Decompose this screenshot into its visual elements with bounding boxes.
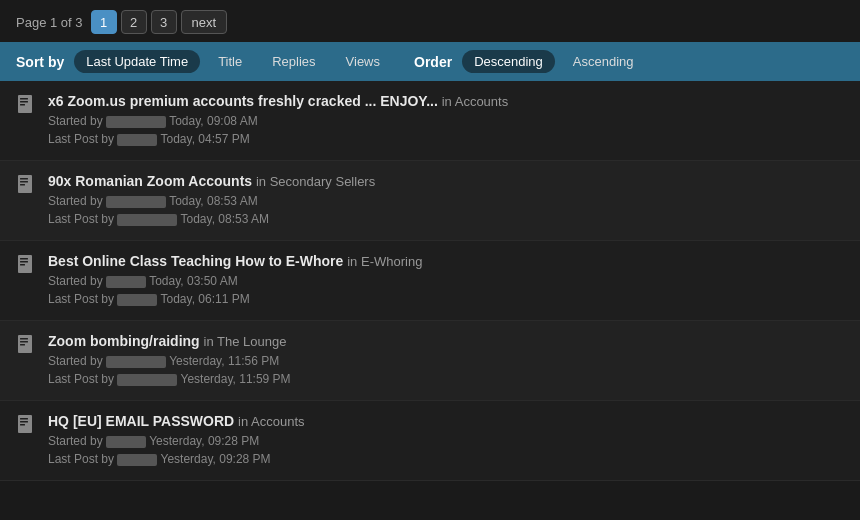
sort-option-replies[interactable]: Replies [260, 50, 327, 73]
thread-list: x6 Zoom.us premium accounts freshly crac… [0, 81, 860, 481]
thread-category: in The Lounge [204, 334, 287, 349]
table-row: Best Online Class Teaching How to E-Whor… [0, 241, 860, 321]
thread-title: 90x Romanian Zoom Accounts in Secondary … [48, 173, 844, 189]
sort-option-views[interactable]: Views [334, 50, 392, 73]
thread-icon [16, 95, 36, 120]
sort-bar: Sort by Last Update Time Title Replies V… [0, 42, 860, 81]
order-option-descending[interactable]: Descending [462, 50, 555, 73]
last-poster-blurred [117, 134, 157, 146]
thread-content: HQ [EU] EMAIL PASSWORD in Accounts Start… [48, 413, 844, 468]
sort-option-last-update[interactable]: Last Update Time [74, 50, 200, 73]
svg-rect-17 [20, 418, 28, 420]
sort-option-title[interactable]: Title [206, 50, 254, 73]
thread-title: x6 Zoom.us premium accounts freshly crac… [48, 93, 844, 109]
svg-rect-1 [20, 98, 28, 100]
last-poster-blurred [117, 294, 157, 306]
svg-rect-2 [20, 101, 28, 103]
svg-rect-8 [18, 255, 32, 273]
svg-rect-9 [20, 258, 28, 260]
thread-icon [16, 175, 36, 200]
svg-rect-18 [20, 421, 28, 423]
thread-meta: Started by Yesterday, 11:56 PM Last Post… [48, 352, 844, 388]
thread-title: Best Online Class Teaching How to E-Whor… [48, 253, 844, 269]
author-blurred [106, 116, 166, 128]
svg-rect-11 [20, 264, 25, 266]
order-label: Order [414, 54, 452, 70]
svg-rect-15 [20, 344, 25, 346]
svg-rect-5 [20, 178, 28, 180]
thread-topic-name[interactable]: Best Online Class Teaching How to E-Whor… [48, 253, 343, 269]
table-row: HQ [EU] EMAIL PASSWORD in Accounts Start… [0, 401, 860, 481]
author-blurred [106, 196, 166, 208]
thread-icon [16, 415, 36, 440]
svg-rect-4 [18, 175, 32, 193]
order-option-ascending[interactable]: Ascending [561, 50, 646, 73]
thread-content: 90x Romanian Zoom Accounts in Secondary … [48, 173, 844, 228]
author-blurred [106, 276, 146, 288]
thread-content: x6 Zoom.us premium accounts freshly crac… [48, 93, 844, 148]
thread-content: Best Online Class Teaching How to E-Whor… [48, 253, 844, 308]
svg-rect-14 [20, 341, 28, 343]
page-button-2[interactable]: 2 [121, 10, 147, 34]
thread-meta: Started by Today, 03:50 AM Last Post by … [48, 272, 844, 308]
svg-rect-7 [20, 184, 25, 186]
thread-icon [16, 255, 36, 280]
author-blurred [106, 436, 146, 448]
table-row: Zoom bombing/raiding in The Lounge Start… [0, 321, 860, 401]
svg-rect-0 [18, 95, 32, 113]
page-button-next[interactable]: next [181, 10, 228, 34]
svg-rect-10 [20, 261, 28, 263]
thread-meta: Started by Yesterday, 09:28 PM Last Post… [48, 432, 844, 468]
thread-topic-name[interactable]: Zoom bombing/raiding [48, 333, 200, 349]
thread-title: HQ [EU] EMAIL PASSWORD in Accounts [48, 413, 844, 429]
thread-topic-name[interactable]: 90x Romanian Zoom Accounts [48, 173, 252, 189]
table-row: 90x Romanian Zoom Accounts in Secondary … [0, 161, 860, 241]
svg-rect-19 [20, 424, 25, 426]
thread-meta: Started by Today, 09:08 AM Last Post by … [48, 112, 844, 148]
page-button-3[interactable]: 3 [151, 10, 177, 34]
svg-rect-12 [18, 335, 32, 353]
pagination-label: Page 1 of 3 [16, 15, 83, 30]
thread-topic-name[interactable]: x6 Zoom.us premium accounts freshly crac… [48, 93, 438, 109]
page-button-1[interactable]: 1 [91, 10, 117, 34]
thread-category: in Accounts [238, 414, 305, 429]
thread-title: Zoom bombing/raiding in The Lounge [48, 333, 844, 349]
thread-category: in Accounts [442, 94, 509, 109]
pagination-bar: Page 1 of 3 1 2 3 next [0, 0, 860, 42]
last-poster-blurred [117, 454, 157, 466]
thread-category: in Secondary Sellers [256, 174, 375, 189]
table-row: x6 Zoom.us premium accounts freshly crac… [0, 81, 860, 161]
thread-content: Zoom bombing/raiding in The Lounge Start… [48, 333, 844, 388]
svg-rect-3 [20, 104, 25, 106]
svg-rect-13 [20, 338, 28, 340]
last-poster-blurred [117, 214, 177, 226]
thread-icon [16, 335, 36, 360]
svg-rect-16 [18, 415, 32, 433]
svg-rect-6 [20, 181, 28, 183]
thread-topic-name[interactable]: HQ [EU] EMAIL PASSWORD [48, 413, 234, 429]
author-blurred [106, 356, 166, 368]
thread-category: in E-Whoring [347, 254, 422, 269]
last-poster-blurred [117, 374, 177, 386]
sort-by-label: Sort by [16, 54, 64, 70]
thread-meta: Started by Today, 08:53 AM Last Post by … [48, 192, 844, 228]
